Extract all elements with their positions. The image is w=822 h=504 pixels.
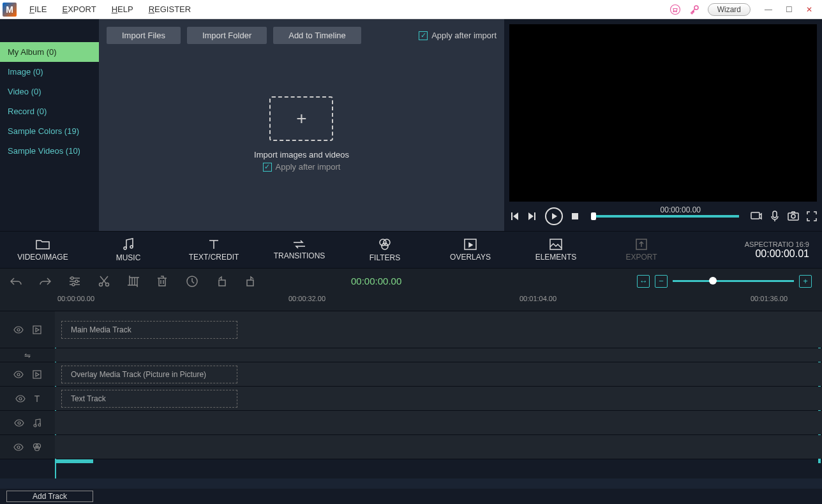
microphone-icon[interactable] [770,211,780,222]
sidebar-item-sample-colors[interactable]: Sample Colors (19) [0,121,99,141]
sidebar-item-video[interactable]: Video (0) [0,82,99,101]
preview-video[interactable] [509,24,817,202]
svg-rect-20 [130,278,137,285]
svg-rect-2 [572,213,578,219]
track-body-main[interactable]: Main Media Track [55,311,822,348]
track-body-overlay[interactable]: Overlay Media Track (Picture in Picture) [55,362,822,386]
minimize-button[interactable]: — [758,3,779,17]
tab-music[interactable]: MUSIC [86,238,171,262]
zoom-slider[interactable] [673,280,794,282]
record-screen-icon[interactable] [751,211,762,222]
tab-video-image[interactable]: VIDEO/IMAGE [0,239,86,262]
zoom-in-button[interactable]: + [799,275,812,288]
apply-after-import-top[interactable]: ✓ Apply after import [419,27,497,44]
timeline-ruler[interactable]: 00:00:00.00 00:00:32.00 00:01:04.00 00:0… [0,293,822,311]
snapshot-icon[interactable] [788,211,799,221]
tab-label: FILTERS [370,253,400,262]
filters-icon [378,238,391,251]
add-to-timeline-button[interactable]: Add to Timeline [273,27,361,44]
eye-icon[interactable] [15,395,26,403]
wizard-button[interactable]: Wizard [708,3,751,16]
key-icon[interactable] [689,4,700,15]
svg-point-8 [130,246,133,248]
cart-icon[interactable] [669,4,681,15]
track-row-main: Main Media Track [0,311,822,348]
track-body-text[interactable]: Text Track [55,387,822,410]
settings-icon[interactable] [69,276,82,286]
prev-frame-button[interactable] [509,211,519,221]
sidebar-item-image[interactable]: Image (0) [0,62,99,82]
overlay-track-icon[interactable] [33,370,41,379]
stop-button[interactable] [571,212,579,221]
tab-label: EXPORT [625,253,657,262]
apply-after-import-drop[interactable]: ✓ Apply after import [254,162,349,172]
timeline-hscroll[interactable] [55,459,93,463]
undo-button[interactable] [10,277,23,286]
import-folder-button[interactable]: Import Folder [187,27,267,44]
preview-panel: 00:00:00.00 [504,19,822,231]
svg-point-0 [670,4,680,14]
tab-export[interactable]: EXPORT [599,239,684,262]
menu-file[interactable]: FILE [29,4,47,14]
maximize-button[interactable]: ☐ [779,3,799,17]
checkbox-icon: ✓ [419,31,428,40]
video-track-icon[interactable] [33,325,41,334]
ruler-mark: 00:01:04.00 [519,295,557,302]
checkbox-icon: ✓ [263,163,272,172]
play-button[interactable] [545,207,563,225]
crop-button[interactable] [128,276,140,287]
tab-transitions[interactable]: TRANSITIONS [257,240,342,260]
footer: Add Track [0,489,822,504]
tab-overlays[interactable]: OVERLAYS [428,239,513,262]
sidebar-item-record[interactable]: Record (0) [0,101,99,121]
import-drop-title: Import images and videos [254,150,349,159]
tab-label: OVERLAYS [450,253,491,262]
text-track-placeholder: Text Track [61,390,237,408]
track-body-transition[interactable] [55,348,822,362]
tab-label: TEXT/CREDIT [189,253,239,262]
timeline-current-time: 00:00:00.00 [351,276,401,286]
rotate-right-button[interactable] [245,276,258,287]
menu-register[interactable]: REGISTER [149,4,191,14]
speed-button[interactable] [186,276,199,287]
elements-icon [549,239,562,250]
tab-elements[interactable]: ELEMENTS [513,239,599,262]
track-body-effect[interactable] [55,435,822,459]
next-frame-button[interactable] [527,211,537,221]
swap-icon[interactable]: ⇋ [24,351,31,360]
svg-point-1 [694,6,698,10]
fullscreen-icon[interactable] [807,211,817,221]
zoom-out-button[interactable]: − [655,275,668,288]
sidebar-item-my-album[interactable]: My Album (0) [0,42,99,62]
rotate-left-button[interactable] [216,276,228,287]
eye-icon[interactable] [13,326,24,334]
svg-point-6 [791,214,795,218]
overlay-track-placeholder: Overlay Media Track (Picture in Picture) [61,366,237,383]
tab-filters[interactable]: FILTERS [342,238,428,262]
import-drop-zone[interactable]: + [269,96,333,141]
import-files-button[interactable]: Import Files [107,27,181,44]
text-track-icon[interactable]: T [34,394,40,404]
preview-seek-slider[interactable] [591,215,739,218]
redo-button[interactable] [40,277,52,286]
eye-icon[interactable] [14,419,24,427]
svg-point-30 [34,424,36,427]
effect-track-icon[interactable] [33,443,41,452]
project-duration: 00:00:00.01 [745,248,809,260]
eye-icon[interactable] [13,443,24,451]
cut-button[interactable] [98,276,111,287]
eye-icon[interactable] [13,371,24,378]
menu-help[interactable]: HELP [112,4,133,14]
tab-label: MUSIC [116,253,141,262]
audio-track-icon[interactable] [33,419,41,427]
delete-button[interactable] [157,276,170,287]
tab-label: ELEMENTS [535,253,577,262]
add-track-button[interactable]: Add Track [6,491,93,502]
svg-rect-23 [247,280,253,286]
track-body-audio[interactable] [55,411,822,434]
tab-text-credit[interactable]: TEXT/CREDIT [171,239,257,262]
zoom-fit-button[interactable]: ↔ [637,275,650,288]
menu-export[interactable]: EXPORT [62,4,96,14]
close-button[interactable]: ✕ [799,3,819,17]
sidebar-item-sample-videos[interactable]: Sample Videos (10) [0,141,99,161]
